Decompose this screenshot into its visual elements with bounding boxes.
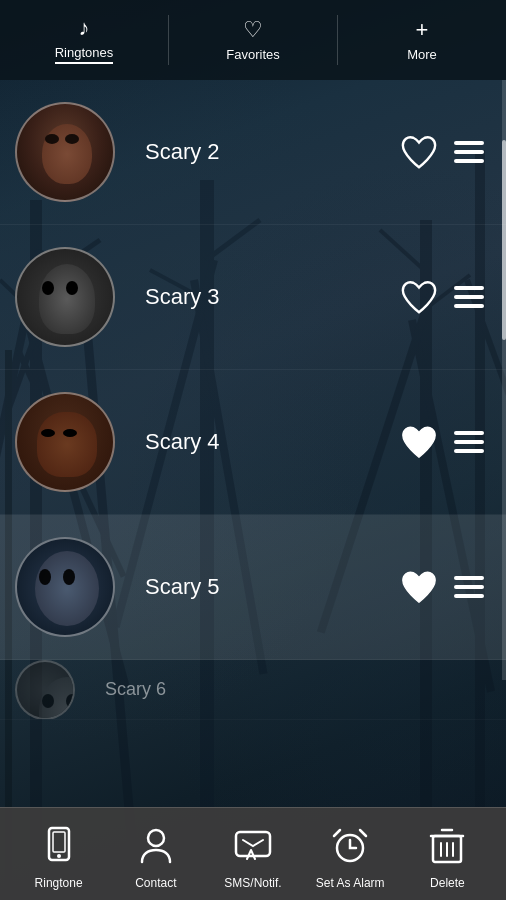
scroll-thumb: [502, 140, 506, 340]
menu-btn-scary4[interactable]: [446, 420, 491, 465]
song-item-scary4[interactable]: Scary 4: [0, 370, 506, 515]
avatar-scary2: [15, 102, 115, 202]
heart-outline-icon-scary2: [400, 133, 438, 171]
alarm-svg: [330, 826, 370, 866]
action-ringtone[interactable]: Ringtone: [10, 823, 107, 890]
action-sms-label: SMS/Notif.: [224, 876, 281, 890]
music-note-icon: ♪: [79, 17, 90, 39]
action-bar-background: Ringtone Contact: [0, 807, 506, 900]
song-name-scary2: Scary 2: [115, 139, 396, 165]
svg-point-23: [57, 854, 61, 858]
tab-favorites[interactable]: ♡ Favorites: [169, 0, 337, 80]
hamburger-icon-scary2: [454, 141, 484, 163]
scroll-indicator: [502, 80, 506, 680]
action-contact-label: Contact: [135, 876, 176, 890]
menu-btn-scary3[interactable]: [446, 275, 491, 320]
svg-point-24: [148, 830, 164, 846]
menu-btn-scary2[interactable]: [446, 130, 491, 175]
tab-favorites-label: Favorites: [226, 47, 279, 62]
avatar-scary5: [15, 537, 115, 637]
song-name-scary5: Scary 5: [115, 574, 396, 600]
message-icon: [231, 823, 276, 868]
hamburger-icon-scary3: [454, 286, 484, 308]
song-item-scary3[interactable]: Scary 3: [0, 225, 506, 370]
message-svg: [233, 826, 273, 866]
tab-more-label: More: [407, 47, 437, 62]
action-delete-label: Delete: [430, 876, 465, 890]
avatar-scary3: [15, 247, 115, 347]
heart-outline-icon: ♡: [243, 19, 263, 41]
hamburger-icon-scary5: [454, 576, 484, 598]
action-items: Ringtone Contact: [0, 823, 506, 890]
song-name-scary3: Scary 3: [115, 284, 396, 310]
tab-ringtones[interactable]: ♪ Ringtones: [0, 0, 168, 80]
menu-btn-scary5[interactable]: [446, 565, 491, 610]
plus-icon: +: [416, 19, 429, 41]
header: ♪ Ringtones ♡ Favorites + More: [0, 0, 506, 80]
action-alarm-label: Set As Alarm: [316, 876, 385, 890]
action-alarm[interactable]: Set As Alarm: [302, 823, 399, 890]
song-name-partial: Scary 6: [75, 679, 491, 700]
avatar-partial: [15, 660, 75, 720]
song-name-scary4: Scary 4: [115, 429, 396, 455]
action-ringtone-label: Ringtone: [35, 876, 83, 890]
avatar-scary4: [15, 392, 115, 492]
action-delete[interactable]: Delete: [399, 823, 496, 890]
favorite-btn-scary2[interactable]: [396, 130, 441, 175]
song-item-scary2[interactable]: Scary 2: [0, 80, 506, 225]
favorite-btn-scary3[interactable]: [396, 275, 441, 320]
person-svg: [138, 826, 174, 866]
person-icon: [133, 823, 178, 868]
tab-more[interactable]: + More: [338, 0, 506, 80]
phone-icon: [36, 823, 81, 868]
heart-outline-icon-scary3: [400, 278, 438, 316]
favorite-btn-scary4[interactable]: [396, 420, 441, 465]
song-item-partial[interactable]: Scary 6: [0, 660, 506, 720]
song-list: Scary 2 Scary 3 Scary 4: [0, 80, 506, 720]
favorite-btn-scary5[interactable]: [396, 565, 441, 610]
phone-svg: [41, 826, 77, 866]
tab-ringtones-label: Ringtones: [55, 45, 114, 64]
action-sms[interactable]: SMS/Notif.: [204, 823, 301, 890]
trash-icon: [425, 823, 470, 868]
action-contact[interactable]: Contact: [107, 823, 204, 890]
alarm-icon: [328, 823, 373, 868]
action-bar: Ringtone Contact: [0, 807, 506, 900]
heart-filled-icon-scary5: [400, 568, 438, 606]
song-item-scary5[interactable]: Scary 5: [0, 515, 506, 660]
trash-svg: [429, 826, 465, 866]
heart-filled-icon-scary4: [400, 423, 438, 461]
hamburger-icon-scary4: [454, 431, 484, 453]
svg-rect-22: [53, 832, 65, 852]
